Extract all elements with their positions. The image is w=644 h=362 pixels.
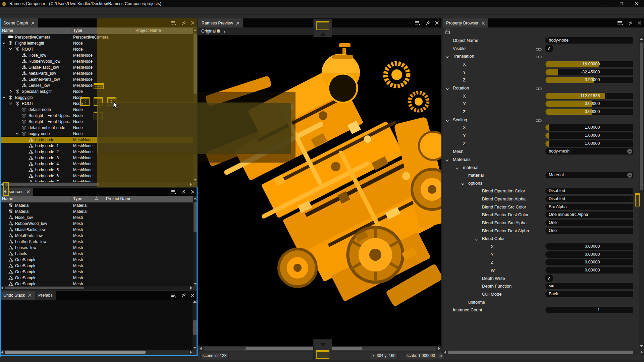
chevron-down-icon[interactable]	[443, 268, 447, 273]
column-name[interactable]: Name	[2, 196, 13, 201]
chevron-down-icon[interactable]	[443, 213, 447, 217]
link-icon[interactable]	[536, 166, 542, 170]
link-icon[interactable]	[536, 86, 542, 90]
chevron-down-icon[interactable]	[443, 189, 447, 193]
expander-icon[interactable]	[15, 83, 19, 87]
chevron-down-icon[interactable]	[443, 78, 447, 82]
chevron-down-icon[interactable]	[443, 277, 447, 281]
expander-icon[interactable]	[2, 41, 6, 45]
link-icon[interactable]	[536, 229, 542, 233]
property-row[interactable]: X 112.01836	[443, 92, 639, 100]
dropdown-field[interactable]: Back	[545, 291, 633, 297]
chevron-down-icon[interactable]	[443, 221, 447, 225]
link-icon[interactable]	[536, 47, 542, 51]
link-icon[interactable]	[536, 181, 542, 185]
close-icon[interactable]	[638, 21, 641, 25]
property-row[interactable]: Scaling	[443, 116, 639, 124]
undo-hscrollbar[interactable]	[0, 350, 197, 355]
link-icon[interactable]	[536, 277, 542, 281]
property-row[interactable]: Y -82.45000	[443, 68, 639, 76]
minimize-button[interactable]	[599, 0, 614, 7]
pin-icon[interactable]	[181, 293, 186, 298]
property-row[interactable]: Cull Mode Back	[443, 290, 639, 298]
value-field[interactable]: 1	[545, 307, 633, 313]
chevron-down-icon[interactable]	[443, 110, 447, 114]
link-icon[interactable]	[536, 149, 542, 154]
property-row[interactable]: X 16.00000	[443, 60, 639, 68]
link-icon[interactable]	[536, 197, 542, 201]
property-row[interactable]: Depth Function <=	[443, 282, 639, 290]
expander-icon[interactable]	[15, 65, 19, 69]
link-icon[interactable]	[536, 253, 542, 257]
property-row[interactable]: Y 1.00000	[443, 132, 639, 140]
link-icon[interactable]	[536, 260, 542, 264]
tab-scene-graph[interactable]: Scene Graph	[0, 18, 38, 27]
chevron-down-icon[interactable]	[443, 245, 447, 249]
dock-grip[interactable]	[1, 15, 3, 18]
link-icon[interactable]	[536, 54, 542, 58]
link-icon[interactable]	[536, 213, 542, 217]
slider-field[interactable]: 1.00000	[545, 124, 633, 131]
slider-field[interactable]: 3.90000	[545, 77, 633, 83]
dropdown-field[interactable]: One	[545, 220, 633, 226]
chevron-down-icon[interactable]	[443, 62, 447, 66]
chevron-down-icon[interactable]	[445, 54, 449, 58]
panel-menu-icon[interactable]	[171, 293, 176, 298]
close-icon[interactable]	[191, 294, 195, 297]
list-item[interactable]: OneSample Mesh	[0, 281, 193, 286]
expander-icon[interactable]	[9, 47, 13, 51]
list-item[interactable]: OneSample Mesh	[0, 263, 193, 269]
chevron-down-icon[interactable]	[443, 300, 447, 304]
preview-viewport[interactable]	[198, 35, 441, 346]
list-item[interactable]: Lenses_low Mesh	[0, 245, 193, 251]
expander-icon[interactable]	[9, 89, 13, 94]
link-icon[interactable]	[536, 300, 542, 304]
chevron-down-icon[interactable]	[443, 253, 447, 257]
list-item[interactable]: Material Material	[0, 202, 193, 208]
property-row[interactable]: Z 1.00000	[443, 140, 639, 148]
lock-icon[interactable]	[445, 28, 450, 36]
close-icon[interactable]	[26, 190, 30, 193]
value-field[interactable]: 0.00000	[545, 259, 633, 265]
panel-menu-icon[interactable]	[415, 21, 421, 25]
link-icon[interactable]	[536, 268, 542, 273]
dropdown-field[interactable]: One	[545, 228, 633, 234]
property-row[interactable]: Z 0.00000	[443, 108, 639, 116]
expander-icon[interactable]	[15, 114, 19, 118]
link-icon[interactable]	[536, 126, 542, 130]
dropdown-field[interactable]: Material	[545, 172, 633, 178]
chevron-down-icon[interactable]	[443, 94, 447, 98]
property-row[interactable]: Rotation	[443, 84, 639, 92]
chevron-down-icon[interactable]	[475, 237, 479, 241]
checkbox[interactable]: ✓	[545, 45, 553, 52]
link-icon[interactable]	[536, 292, 542, 296]
dropdown-field[interactable]: body-mesh	[545, 148, 633, 155]
expander-icon[interactable]	[2, 96, 6, 100]
column-type[interactable]: Type	[73, 28, 82, 33]
sort-ascending-icon[interactable]: △	[95, 196, 98, 200]
property-row[interactable]: Materials	[443, 156, 639, 164]
property-row[interactable]: Blend Factor Src Color Src Alpha	[443, 203, 639, 211]
chevron-down-icon[interactable]	[443, 102, 447, 106]
property-row[interactable]: uniforms	[443, 298, 639, 306]
panel-menu-icon[interactable]	[618, 21, 623, 25]
chevron-down-icon[interactable]	[443, 284, 447, 288]
link-icon[interactable]	[536, 284, 542, 288]
property-row[interactable]: Z 0.00000	[443, 258, 639, 266]
column-project-name[interactable]: Project Name	[106, 196, 131, 201]
dropdown-field[interactable]: <=	[545, 283, 633, 289]
zoom-mode-dropdown[interactable]: Original fit	[201, 29, 220, 34]
column-type[interactable]: Type	[73, 196, 82, 201]
chevron-down-icon[interactable]	[445, 118, 449, 122]
slider-field[interactable]: 1.00000	[545, 132, 633, 139]
tab-ramses-preview[interactable]: Ramses Preview	[198, 18, 243, 27]
checkbox[interactable]: ✓	[545, 275, 553, 282]
property-row[interactable]: Blend Factor Src Alpha One	[443, 219, 639, 227]
link-icon[interactable]	[536, 205, 542, 209]
resources-hscrollbar[interactable]	[0, 286, 193, 290]
link-icon[interactable]	[536, 221, 542, 225]
combo-arrow-icon[interactable]	[627, 149, 632, 154]
combo-arrow-icon[interactable]	[627, 173, 632, 178]
chevron-down-icon[interactable]	[443, 126, 447, 130]
link-icon[interactable]	[536, 62, 542, 66]
